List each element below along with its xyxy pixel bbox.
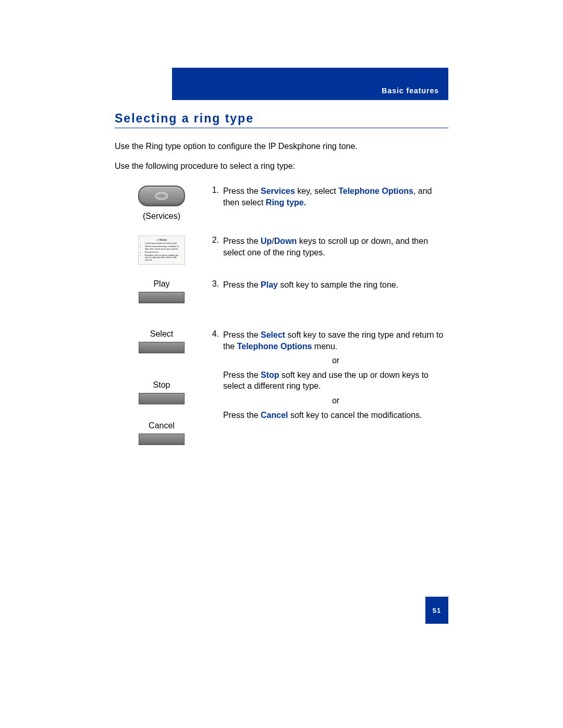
step-1-row: (Services) 1. Press the Services key, se…	[115, 186, 448, 221]
step-1-left: (Services)	[115, 186, 209, 221]
step-3-number: 3.	[209, 279, 223, 289]
step-1-k1: Services	[261, 187, 295, 195]
page-number-value: 51	[433, 607, 441, 614]
stop-softkey-icon	[139, 393, 185, 404]
step-3-t1: Press the	[223, 280, 261, 289]
step-4-left: Select Stop Cancel	[115, 329, 209, 456]
step-2-text: 2. Press the Up/Down keys to scroll up o…	[209, 236, 448, 258]
cancel-softkey-icon	[139, 434, 185, 445]
header-section-label: Basic features	[382, 87, 439, 95]
page-number: 51	[425, 597, 448, 624]
step-1-k2: Telephone Options	[338, 187, 413, 195]
page-title: Selecting a ring type	[115, 112, 448, 128]
document-page: Basic features Selecting a ring type Use…	[0, 0, 563, 728]
step-1-t1: Press the	[223, 187, 261, 195]
step-3-t2: soft key to sample the ring tone.	[278, 280, 398, 289]
step-4-t1: Press the	[223, 330, 261, 339]
step-4-cancel-t1: Press the	[223, 411, 261, 419]
phone-display-illustration: ⚠ Ready Lorem ipsum dolor sit amet conse…	[138, 236, 185, 265]
step-4-k2: Telephone Options	[237, 342, 312, 351]
step-4-or-2: or	[223, 395, 448, 406]
step-4-row: Select Stop Cancel 4. Press the Select s…	[115, 329, 448, 456]
step-3-left: Play	[115, 279, 209, 315]
cancel-softkey-label: Cancel	[139, 421, 185, 430]
header-bar: Basic features	[172, 68, 448, 100]
step-4-or-1: or	[223, 355, 448, 366]
step-4-text: 4. Press the Select soft key to save the…	[209, 329, 448, 421]
step-4-stop-k1: Stop	[261, 371, 279, 379]
step-2-number: 2.	[209, 236, 223, 245]
step-4-number: 4.	[209, 329, 223, 421]
intro-paragraph-2: Use the following procedure to select a …	[115, 162, 448, 171]
select-softkey-label: Select	[139, 329, 185, 339]
step-3-k1: Play	[261, 280, 278, 289]
steps-area: (Services) 1. Press the Services key, se…	[115, 186, 448, 456]
stop-softkey-label: Stop	[139, 380, 185, 390]
play-softkey-label: Play	[115, 279, 209, 289]
step-3-text: 3. Press the Play soft key to sample the…	[209, 279, 448, 291]
step-1-t2: key, select	[295, 187, 338, 195]
step-2-k2: Down	[274, 237, 297, 245]
intro-paragraph-1: Use the Ring type option to configure th…	[115, 141, 448, 152]
step-3-row: Play 3. Press the Play soft key to sampl…	[115, 279, 448, 315]
step-1-text: 1. Press the Services key, select Teleph…	[209, 186, 448, 208]
step-1-number: 1.	[209, 186, 223, 195]
services-key-icon	[138, 186, 185, 206]
step-1-k3: Ring type.	[266, 198, 306, 207]
step-2-row: ⚠ Ready Lorem ipsum dolor sit amet conse…	[115, 236, 448, 265]
step-2-t1: Press the	[223, 237, 261, 245]
select-softkey-icon	[139, 342, 185, 353]
step-2-left: ⚠ Ready Lorem ipsum dolor sit amet conse…	[115, 236, 209, 265]
step-4-cancel-t2: soft key to cancel the modifications.	[288, 411, 422, 419]
step-4-stop-t1: Press the	[223, 371, 261, 379]
play-softkey-icon	[139, 292, 185, 303]
step-4-k1: Select	[261, 330, 285, 339]
services-key-label: (Services)	[115, 212, 209, 221]
svg-point-1	[157, 194, 166, 198]
step-4-t3: menu.	[312, 342, 337, 351]
step-4-cancel-k1: Cancel	[261, 411, 288, 419]
step-2-k1: Up	[261, 237, 272, 245]
